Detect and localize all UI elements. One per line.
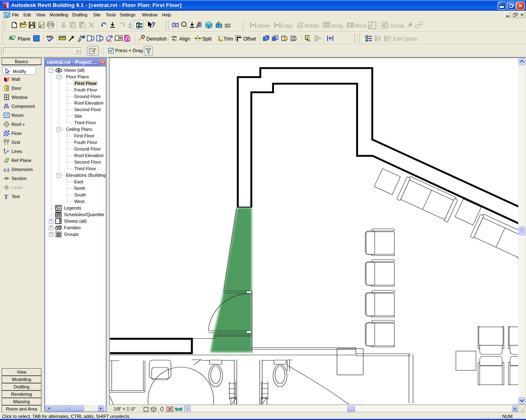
svg-text:?: ? [151,21,155,28]
svg-text:T: T [4,194,8,200]
